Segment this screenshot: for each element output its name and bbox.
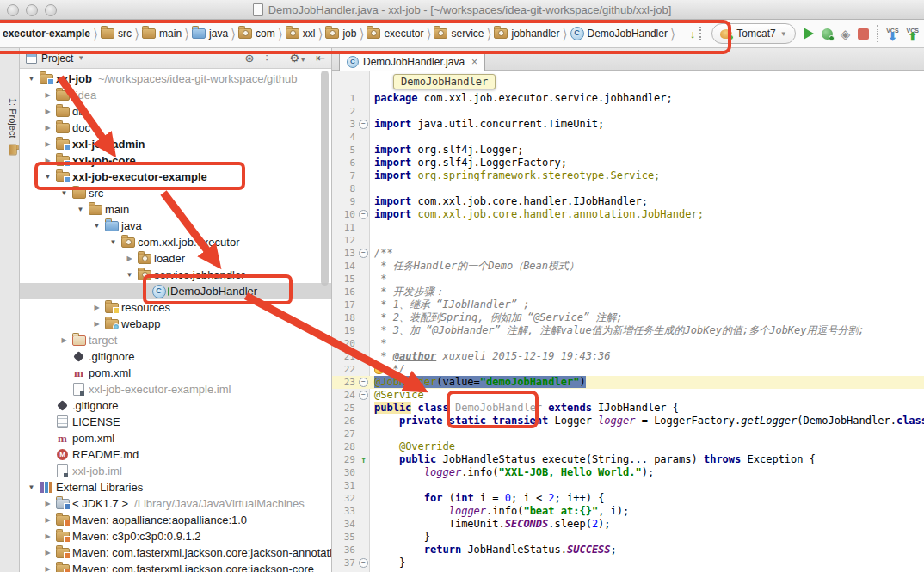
code-line-37[interactable]: 37− } [332, 557, 924, 569]
code-line-27[interactable]: 27 [332, 427, 924, 440]
chevron-collapsed-icon[interactable]: ▶ [58, 336, 71, 344]
fold-icon[interactable]: − [359, 378, 368, 387]
code-line-8[interactable]: 8 [332, 182, 924, 195]
chevron-expanded-icon[interactable]: ▼ [25, 483, 38, 491]
breadcrumb-item-src[interactable]: src [101, 28, 132, 40]
chevron-collapsed-icon[interactable]: ▶ [90, 304, 103, 311]
tree-row-java[interactable]: ▼java [20, 218, 331, 234]
code-line-20[interactable]: 20 * [332, 337, 924, 350]
code-line-29[interactable]: 29↑ public JobHandleStatus execute(Strin… [332, 453, 924, 466]
debug-button[interactable] [822, 28, 833, 40]
chevron-expanded-icon[interactable]: ▼ [41, 173, 54, 181]
code-line-35[interactable]: 35 } [332, 531, 924, 544]
close-window-button[interactable] [7, 4, 19, 16]
tree-row-maven-c3p0-c3p0-0-9-1-2[interactable]: ▶Maven: c3p0:c3p0:0.9.1.2 [20, 528, 331, 544]
code-area[interactable]: 1package com.xxl.job.executor.service.jo… [332, 92, 924, 569]
tree-row-maven-com-fasterxml-jackson-core-jackson-core[interactable]: ▶Maven: com.fasterxml.jackson.core:jacks… [20, 561, 331, 572]
chevron-collapsed-icon[interactable]: ▶ [41, 532, 54, 540]
tree-row--gitignore[interactable]: .gitignore [20, 397, 331, 414]
project-tool-window-button[interactable]: 1: Project [8, 98, 18, 157]
tree-row-loader[interactable]: ▶loader [20, 250, 331, 267]
code-line-1[interactable]: 1package com.xxl.job.executor.service.jo… [332, 92, 924, 105]
tree-row-db[interactable]: ▶db [20, 103, 331, 120]
tree-row-xxl-job-executor-example-iml[interactable]: xxl-job-executor-example.iml [20, 381, 331, 397]
fold-icon[interactable]: − [359, 391, 368, 400]
run-button[interactable] [804, 28, 814, 40]
vcs-update-button[interactable]: VCS ⬇ [886, 28, 898, 40]
tree-row-com-xxl-job-executor[interactable]: ▼com.xxl.job.executor [20, 234, 331, 250]
tree-row-webapp[interactable]: ▶webapp [20, 316, 331, 332]
chevron-collapsed-icon[interactable]: ▶ [41, 516, 54, 524]
code-line-34[interactable]: 34 TimeUnit.SECONDS.sleep(2); [332, 518, 924, 531]
code-line-21[interactable]: 21 * @author xuxueli 2015-12-19 19:43:36 [332, 350, 924, 363]
tree-row-pom-xml[interactable]: mpom.xml [20, 430, 331, 446]
chevron-expanded-icon[interactable]: ▼ [58, 189, 71, 197]
breadcrumb-item-main[interactable]: main [142, 28, 182, 40]
code-line-36[interactable]: 36 return JobHandleStatus.SUCCESS; [332, 544, 924, 557]
chevron-expanded-icon[interactable]: ▼ [90, 222, 103, 230]
chevron-collapsed-icon[interactable]: ▶ [41, 565, 54, 572]
tree-row-main[interactable]: ▼main [20, 201, 331, 218]
chevron-collapsed-icon[interactable]: ▶ [41, 500, 54, 507]
code-line-6[interactable]: 6import org.slf4j.LoggerFactory; [332, 157, 924, 169]
code-line-33[interactable]: 33 logger.info("beat at:{}", i); [332, 505, 924, 518]
breadcrumb-item-xxl[interactable]: xxl [286, 28, 316, 40]
tree-row-resources[interactable]: ▶resources [20, 299, 331, 316]
intention-bulb-icon[interactable] [374, 364, 384, 374]
tree-row-maven-com-fasterxml-jackson-core-jackson-annotations[interactable]: ▶Maven: com.fasterxml.jackson.core:jacks… [20, 544, 331, 561]
breadcrumb-item-executor-example[interactable]: executor-example [3, 28, 90, 40]
hide-navbar-icon[interactable]: ↓ [690, 28, 696, 40]
chevron-collapsed-icon[interactable]: ▶ [41, 91, 54, 99]
chevron-expanded-icon[interactable]: ▼ [107, 238, 120, 246]
tree-row-external-libraries[interactable]: ▼External Libraries [20, 479, 331, 495]
tree-row-demojobhandler[interactable]: DemoJobHandler [20, 283, 331, 299]
chevron-collapsed-icon[interactable]: ▶ [90, 320, 103, 328]
code-line-11[interactable]: 11 [332, 221, 924, 234]
chevron-collapsed-icon[interactable]: ▶ [41, 124, 54, 132]
code-line-9[interactable]: 9import com.xxl.job.core.handler.IJobHan… [332, 195, 924, 208]
minimize-window-button[interactable] [26, 4, 38, 16]
code-line-2[interactable]: 2 [332, 105, 924, 118]
tree-row-license[interactable]: LICENSE [20, 414, 331, 430]
tree-row-readme-md[interactable]: README.md [20, 446, 331, 463]
collapse-all-icon[interactable]: ÷ [263, 52, 269, 65]
fold-icon[interactable]: − [359, 120, 368, 129]
chevron-collapsed-icon[interactable]: ▶ [41, 549, 54, 557]
tree-row-xxl-job-executor-example[interactable]: ▼xxl-job-executor-example [20, 169, 331, 185]
code-line-32[interactable]: 32 for (int i = 0; i < 2; i++) { [332, 492, 924, 505]
code-line-30[interactable]: 30 logger.info("XXL-JOB, Hello World."); [332, 466, 924, 479]
tree-row-xxl-job-core[interactable]: ▶xxl-job-core [20, 152, 331, 169]
scrollbar[interactable] [321, 71, 329, 286]
code-line-10[interactable]: 10−import com.xxl.job.core.handler.annot… [332, 208, 924, 221]
tree-row--idea[interactable]: ▶.idea [20, 87, 331, 103]
overrides-icon[interactable]: ↑ [360, 453, 367, 466]
tree-row-service-jobhandler[interactable]: ▼service.jobhandler [20, 267, 331, 283]
code-line-18[interactable]: 18 * 2、装配到Spring, 例如加 “@Service” 注解; [332, 311, 924, 324]
tree-row-src[interactable]: ▼src [20, 185, 331, 201]
run-configuration-selector[interactable]: Tomcat7 ▼ [711, 23, 795, 44]
gear-icon[interactable]: ⚙▼ [290, 52, 307, 65]
chevron-collapsed-icon[interactable]: ▶ [123, 255, 136, 262]
tree-row-maven-aopalliance-aopalliance-1-0[interactable]: ▶Maven: aopalliance:aopalliance:1.0 [20, 512, 331, 528]
code-line-19[interactable]: 19 * 3、加 “@JobHander” 注解, 注解value值为新增任务生… [332, 324, 924, 337]
code-line-31[interactable]: 31 [332, 479, 924, 492]
breadcrumb-item-executor[interactable]: executor [367, 28, 423, 40]
editor-breadcrumb-tag[interactable]: DemoJobHandler [393, 74, 496, 89]
breadcrumb-item-demojobhandler[interactable]: DemoJobHandler [570, 27, 668, 40]
tree-row-target[interactable]: ▶target [20, 332, 331, 348]
code-line-3[interactable]: 3−import java.util.concurrent.TimeUnit; [332, 118, 924, 131]
code-line-17[interactable]: 17 * 1、继承 “IJobHandler” ; [332, 298, 924, 311]
chevron-collapsed-icon[interactable]: ▶ [41, 157, 54, 164]
code-line-4[interactable]: 4 [332, 131, 924, 144]
fold-icon[interactable]: − [359, 249, 368, 258]
code-line-26[interactable]: 26 private static transient Logger logge… [332, 415, 924, 427]
code-line-7[interactable]: 7import org.springframework.stereotype.S… [332, 169, 924, 182]
chevron-expanded-icon[interactable]: ▼ [123, 271, 136, 279]
zoom-window-button[interactable] [45, 4, 57, 16]
editor-tab-demojobhandler[interactable]: DemoJobHandler.java × [339, 52, 485, 71]
code-line-5[interactable]: 5import org.slf4j.Logger; [332, 144, 924, 157]
code-line-23[interactable]: 23−@JobHander(value="demoJobHandler") [332, 376, 924, 389]
breadcrumb-item-job[interactable]: job [325, 28, 356, 40]
tree-row--jdk1-7-[interactable]: ▶< JDK1.7 >/Library/Java/JavaVirtualMach… [20, 495, 331, 512]
vcs-commit-button[interactable]: VCS ⬆ [907, 28, 919, 40]
